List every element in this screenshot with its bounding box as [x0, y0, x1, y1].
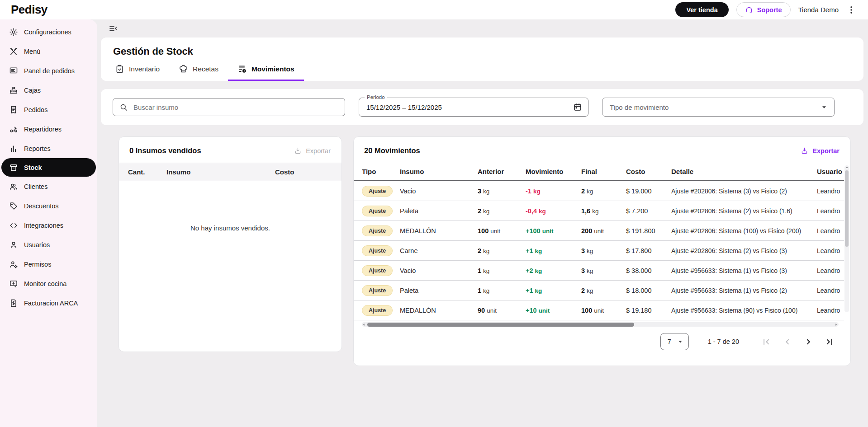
chevron-down-icon [820, 103, 829, 112]
tipo-badge: Ajuste [362, 206, 393, 216]
previous-page-button[interactable] [783, 337, 792, 347]
cell-tipo: Ajuste [362, 225, 400, 236]
sidebar-item-descuentos[interactable]: Descuentos [0, 196, 97, 216]
cell-costo: $ 17.800 [626, 247, 671, 254]
column-header-cant: Cant. [128, 168, 166, 176]
sidebar-item-panel-de-pedidos[interactable]: Panel de pedidos [0, 61, 97, 80]
tipo-badge: Ajuste [362, 285, 393, 296]
cell-detalle: Ajuste #956633: Sistema (1) vs Fisico (3… [671, 267, 817, 274]
column-header-final: Final [581, 168, 626, 175]
cell-insumo: Carne [400, 247, 478, 254]
sidebar-item-clientes[interactable]: Clientes [0, 177, 97, 196]
calendar-icon[interactable] [573, 103, 582, 112]
insumos-panel-title: 0 Insumos vendidos [129, 146, 201, 155]
table-row: AjustePaleta1kg+1kg2kg$ 18.000Ajuste #95… [354, 281, 844, 300]
movimientos-export-button[interactable]: Exportar [801, 147, 840, 155]
periodo-field[interactable]: Periodo 15/12/2025 – 15/12/2025 [359, 98, 588, 117]
scroll-right-icon[interactable] [834, 323, 838, 327]
utensils-icon [9, 47, 18, 56]
sidebar-item-label: Reportes [24, 145, 51, 152]
search-insumo-field [113, 98, 345, 116]
tab-recetas[interactable]: Recetas [169, 64, 228, 81]
scroll-left-icon[interactable] [362, 323, 366, 327]
order-board-icon [9, 66, 18, 75]
page-size-select[interactable]: 7 [660, 333, 689, 350]
list-clock-icon [237, 64, 247, 74]
table-row: AjusteMEDALLÓN90unit+10unit100unit$ 19.1… [354, 300, 844, 320]
search-input[interactable] [133, 103, 338, 111]
tab-inventario[interactable]: Inventario [105, 64, 169, 81]
cell-insumo: MEDALLÓN [400, 227, 478, 235]
tab-movimientos[interactable]: Movimientos [228, 64, 304, 81]
pagination-bar: 7 1 - 7 de 20 [354, 327, 850, 350]
app-logo: Pedisy [11, 3, 47, 17]
cell-detalle: Ajuste #202806: Sistema (2) vs Fisico (1… [671, 207, 817, 215]
person-icon [9, 240, 18, 249]
gear-icon [9, 28, 18, 37]
kebab-menu-icon[interactable] [846, 5, 856, 15]
insumos-export-button[interactable]: Exportar [294, 147, 331, 155]
cell-detalle: Ajuste #202806: Sistema (2) vs Fisico (3… [671, 247, 817, 254]
ver-tienda-button[interactable]: Ver tienda [675, 2, 728, 17]
movimientos-table-header: TipoInsumoAnteriorMovimientoFinalCostoDe… [354, 163, 844, 181]
vertical-scrollbar[interactable] [844, 165, 849, 312]
next-page-button[interactable] [804, 337, 813, 347]
sidebar-item-stock[interactable]: Stock [1, 158, 96, 177]
movimientos-export-label: Exportar [812, 147, 840, 155]
column-header-detalle: Detalle [671, 168, 817, 175]
tipo-movimiento-select[interactable]: Tipo de movimiento [602, 98, 835, 117]
cell-usuario: Leandro [817, 188, 844, 195]
vertical-scrollbar-thumb[interactable] [845, 170, 849, 247]
collapse-sidebar-icon[interactable] [109, 24, 118, 33]
sidebar-item-usuarios[interactable]: Usuarios [0, 235, 97, 254]
table-row: AjusteVacio1kg+2kg3kg$ 38.000Ajuste #956… [354, 261, 844, 281]
cell-movimiento: +10unit [526, 307, 581, 314]
cell-costo: $ 191.800 [626, 227, 671, 235]
sidebar-item-permisos[interactable]: Permisos [0, 254, 97, 274]
periodo-value: 15/12/2025 – 15/12/2025 [366, 103, 573, 111]
cell-anterior: 100unit [478, 227, 526, 235]
sidebar-item-monitor-cocina[interactable]: Monitor cocina [0, 274, 97, 293]
soporte-button[interactable]: Soporte [736, 2, 791, 17]
cell-insumo: Vacio [400, 188, 478, 195]
column-header-movimiento: Movimiento [526, 168, 581, 175]
sidebar-item-integraciones[interactable]: Integraciones [0, 216, 97, 235]
column-header-insumo: Insumo [400, 168, 478, 175]
horizontal-scrollbar[interactable] [362, 322, 839, 327]
tipo-badge: Ajuste [362, 225, 393, 236]
cell-tipo: Ajuste [362, 305, 400, 316]
headset-icon [745, 6, 753, 14]
column-header-tipo: Tipo [362, 168, 400, 175]
tipo-badge: Ajuste [362, 265, 393, 276]
first-page-button[interactable] [761, 337, 771, 347]
cell-insumo: Vacio [400, 267, 478, 274]
cell-final: 200unit [581, 227, 626, 235]
scroll-up-icon[interactable] [845, 165, 849, 169]
sidebar-item-cajas[interactable]: Cajas [0, 80, 97, 100]
sidebar-item-repartidores[interactable]: Repartidores [0, 119, 97, 139]
sidebar-item-reportes[interactable]: Reportes [0, 139, 97, 158]
sidebar-item-label: Cajas [24, 87, 41, 94]
sidebar-item-configuraciones[interactable]: Configuraciones [0, 22, 97, 42]
last-page-button[interactable] [825, 337, 835, 347]
cell-tipo: Ajuste [362, 245, 400, 256]
sidebar-item-facturacion-arca[interactable]: Facturacion ARCA [0, 293, 97, 313]
horizontal-scrollbar-thumb[interactable] [367, 323, 634, 327]
topbar: Pedisy Ver tienda Soporte Tienda Demo [0, 0, 868, 19]
insumos-empty-message: No hay insumos vendidos. [119, 181, 342, 352]
cell-usuario: Leandro [817, 207, 844, 215]
column-header-usuario: Usuario [817, 168, 844, 175]
panels-row: 0 Insumos vendidos Exportar Cant.InsumoC… [101, 136, 863, 366]
sidebar-item-pedidos[interactable]: Pedidos [0, 100, 97, 119]
tab-label: Inventario [129, 65, 160, 73]
sidebar-item-menu[interactable]: Menú [0, 42, 97, 61]
main-content: Gestión de Stock InventarioRecetasMovimi… [97, 19, 868, 427]
cell-tipo: Ajuste [362, 285, 400, 296]
bar-chart-icon [9, 144, 18, 153]
movimientos-panel-header: 20 Movimientos Exportar [354, 137, 850, 163]
cell-movimiento: +100unit [526, 227, 581, 235]
sidebar-item-label: Menú [24, 48, 40, 55]
cell-final: 3kg [581, 247, 626, 254]
cell-costo: $ 38.000 [626, 267, 671, 274]
tipo-movimiento-placeholder: Tipo de movimiento [610, 103, 669, 111]
